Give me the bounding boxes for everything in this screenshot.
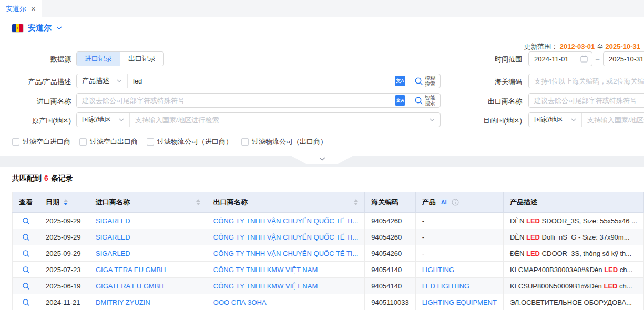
cell-description: ĐÈN LED CDOOR_3S, thông số kỹ th... (503, 245, 643, 262)
view-record-button[interactable] (22, 217, 30, 225)
page-title: 安道尔 (28, 23, 52, 33)
product-link[interactable]: LED LIGHTING (422, 282, 469, 290)
update-to-date: 2025-10-31 (606, 43, 641, 50)
table-row: 2025-09-29 SIGARLED CÔNG TY TNHH VẬN CHU… (13, 245, 644, 262)
importer-link[interactable]: SIGARLED (96, 233, 130, 241)
date-from-input[interactable] (529, 55, 580, 63)
exporter-link[interactable]: CÔNG TY TNHH VẬN CHUYỂN QUỐC TẾ TI... (213, 217, 358, 225)
view-record-button[interactable] (22, 250, 30, 257)
close-icon[interactable]: × (31, 5, 36, 13)
view-record-button[interactable] (22, 233, 30, 241)
chevron-down-icon (119, 118, 124, 121)
product-link[interactable]: LIGHTING (422, 266, 454, 274)
cell-hs-code: 94054260 (365, 245, 415, 262)
tab-label: 安道尔 (6, 4, 26, 14)
view-record-button[interactable] (22, 298, 30, 306)
cell-date: 2025-06-19 (39, 278, 89, 294)
checkbox-filter-blank-importer[interactable]: 过滤空白进口商 (12, 137, 70, 147)
importer-link[interactable]: GIGA TERA EU GMBH (96, 266, 166, 274)
date-from-field[interactable] (528, 51, 592, 66)
view-record-button[interactable] (22, 282, 30, 290)
fuzzy-search-label: 模糊搜索 (425, 75, 435, 87)
exporter-field[interactable] (528, 93, 644, 108)
checkbox-filter-blank-exporter[interactable]: 过滤空白出口商 (79, 137, 138, 147)
exporter-link[interactable]: CÔNG TY TNHH VẬN CHUYỂN QUỐC TẾ TI... (213, 250, 358, 257)
chevron-down-icon[interactable] (430, 118, 435, 121)
search-icon (22, 282, 30, 290)
destination-type-select[interactable]: 国家/地区 (529, 113, 582, 127)
translate-icon[interactable]: 文A (395, 95, 405, 106)
hs-code-input[interactable] (529, 77, 644, 85)
importer-link[interactable]: GIGATERA EU GMBH (96, 282, 164, 290)
exporter-link[interactable]: CÔNG TY TNHH VẬN CHUYỂN QUỐC TẾ TI... (213, 233, 358, 241)
table-row: 2025-07-23 GIGA TERA EU GMBH CÔNG TY TNH… (13, 262, 644, 278)
col-importer[interactable]: 进口商名称 (89, 192, 207, 213)
info-icon[interactable] (452, 199, 459, 206)
exporter-input[interactable] (529, 97, 644, 105)
destination-country-input[interactable] (582, 116, 644, 124)
sort-icon-importer[interactable] (196, 199, 200, 205)
origin-country-input[interactable] (130, 116, 430, 124)
sort-icon-exporter[interactable] (354, 199, 358, 205)
cell-description: KLCMAP400B30003A0#&Đèn LED ch... (503, 262, 643, 278)
view-record-button[interactable] (22, 266, 30, 274)
origin-type-select[interactable]: 国家/地区 (77, 113, 130, 127)
table-row: 2025-06-19 GIGATERA EU GMBH CÔNG TY TNHH… (13, 278, 644, 294)
search-icon (414, 96, 423, 105)
summary-prefix: 共匹配到 (12, 174, 42, 182)
sort-icon-date[interactable] (64, 199, 68, 205)
update-range-sep: 至 (597, 43, 604, 50)
results-panel: 共匹配到6条记录 查看 日期 进口商名称 出口商名称 海关编码 产品AI 产品描… (0, 167, 644, 310)
fuzzy-search-button[interactable]: 模糊搜索 (414, 75, 435, 87)
records-table: 查看 日期 进口商名称 出口商名称 海关编码 产品AI 产品描述 2025-09… (12, 192, 644, 310)
date-to-input[interactable] (604, 55, 644, 63)
hs-code-field[interactable] (528, 74, 644, 88)
panel-gap (0, 156, 644, 167)
checkbox-label: 过滤物流公司（出口商） (252, 137, 327, 147)
table-row: 2025-09-29 SIGARLED CÔNG TY TNHH VẬN CHU… (13, 229, 644, 245)
checkbox-icon[interactable] (241, 138, 249, 146)
importer-input[interactable] (77, 97, 390, 105)
smart-search-label: 智能搜索 (425, 95, 435, 106)
importer-link[interactable]: SIGARLED (96, 217, 130, 225)
checkbox-icon[interactable] (79, 138, 87, 146)
product-type-value: 产品描述 (82, 76, 109, 86)
checkbox-icon[interactable] (147, 138, 154, 146)
divider (410, 96, 410, 105)
product-search-field: 产品描述 文A 模糊搜索 (76, 74, 441, 88)
country-header[interactable]: 安道尔 (12, 23, 62, 33)
exporter-link[interactable]: CÔNG TY TNHH KMW VIỆT NAM (213, 266, 318, 274)
product-type-select[interactable]: 产品描述 (77, 74, 128, 88)
chevron-down-icon (56, 26, 62, 30)
importer-link[interactable]: SIGARLED (96, 250, 130, 257)
smart-search-button[interactable]: 智能搜索 (414, 95, 435, 106)
exporter-link[interactable]: CÔNG TY TNHH KMW VIỆT NAM (213, 282, 318, 290)
importer-link[interactable]: DMITRIY ZYUZIN (96, 298, 150, 306)
chevron-down-icon (571, 118, 576, 121)
cell-hs-code: 94054260 (365, 229, 415, 245)
table-row: 2024-11-21 DMITRIY ZYUZIN ООО СПА ЗОНА 9… (13, 294, 644, 310)
product-link[interactable]: LIGHTING EQUIPMENT (422, 298, 497, 306)
cell-product: - (415, 229, 503, 245)
import-records-tab[interactable]: 进口记录 (77, 52, 120, 66)
checkbox-filter-logistics-exporter[interactable]: 过滤物流公司（出口商） (241, 137, 327, 147)
date-to-field[interactable] (603, 51, 644, 66)
translate-icon[interactable]: 文A (395, 76, 405, 86)
export-records-tab[interactable]: 出口记录 (120, 52, 163, 66)
andorra-flag-icon (12, 24, 23, 32)
checkbox-icon[interactable] (12, 138, 19, 146)
col-date[interactable]: 日期 (39, 192, 89, 213)
checkbox-label: 过滤空白进口商 (23, 137, 70, 147)
tab-andorra[interactable]: 安道尔 × (0, 0, 42, 17)
collapse-panel-button[interactable] (292, 156, 353, 164)
checkbox-filter-logistics-importer[interactable]: 过滤物流公司（进口商） (147, 137, 232, 147)
product-search-input[interactable] (128, 77, 390, 85)
data-source-label: 数据源 (0, 55, 71, 64)
exporter-link[interactable]: ООО СПА ЗОНА (213, 298, 267, 306)
col-exporter[interactable]: 出口商名称 (207, 192, 364, 213)
filter-checkboxes: 过滤空白进口商 过滤空白出口商 过滤物流公司（进口商） 过滤物流公司（出口商） (12, 137, 327, 147)
col-description: 产品描述 (503, 192, 643, 213)
cell-product: - (415, 245, 503, 262)
checkbox-label: 过滤空白出口商 (90, 137, 138, 147)
cell-date: 2024-11-21 (39, 294, 89, 310)
